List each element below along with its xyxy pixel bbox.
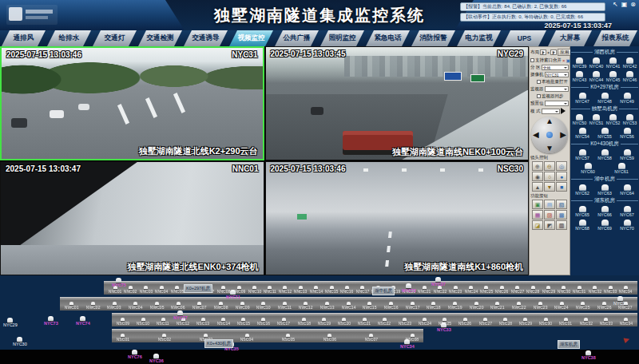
diagram-camera[interactable]: NNC22: [433, 286, 447, 294]
tree-camera[interactable]: NYC58: [594, 148, 616, 161]
function-button[interactable]: ▣: [532, 200, 543, 209]
tree-camera[interactable]: NYC44: [588, 70, 604, 83]
tree-camera[interactable]: NYC52: [605, 113, 621, 126]
close-video-icon[interactable]: ×: [562, 58, 566, 63]
diagram-camera[interactable]: NSC21: [357, 318, 371, 326]
ptz-camera[interactable]: NYC71: [226, 290, 240, 299]
tree-camera[interactable]: NYC59: [617, 148, 638, 161]
diagram-camera[interactable]: NSC05: [281, 334, 296, 342]
local-batch-checkbox[interactable]: [537, 80, 541, 84]
diagram-camera[interactable]: NNC12: [278, 286, 292, 294]
video-cell-nnc01[interactable]: 2025-07-15 13:03:47 NNC01 独墅湖南隧道北线ENK0+3…: [0, 161, 264, 275]
diagram-camera[interactable]: NNC04: [154, 286, 169, 294]
nav-tab[interactable]: 大屏幕: [548, 30, 592, 46]
mode-select[interactable]: [542, 109, 560, 114]
diagram-camera[interactable]: NWC16: [383, 302, 399, 310]
tree-camera[interactable]: NYC61: [611, 162, 633, 175]
lens-button[interactable]: ◎: [556, 161, 567, 171]
window-control-icon[interactable]: ⊗: [630, 1, 636, 9]
diagram-camera[interactable]: NSC18: [297, 318, 312, 326]
diagram-camera[interactable]: NNC28: [526, 286, 540, 294]
diagram-camera[interactable]: NWC11: [277, 302, 292, 310]
diagram-camera[interactable]: NSC06: [323, 334, 337, 342]
diagram-camera[interactable]: NWC07: [192, 302, 207, 310]
diagram-camera[interactable]: NNC10: [248, 286, 262, 294]
diagram-camera[interactable]: NWC10: [256, 302, 271, 310]
diagram-camera[interactable]: NSC13: [196, 318, 210, 326]
video-cell-nyc29[interactable]: 2025-07-15 13:03:45 NYC29 独墅湖南隧道南线NEK0+1…: [265, 46, 530, 160]
nav-tab[interactable]: 通排风: [2, 30, 46, 46]
tree-camera[interactable]: NYC39: [571, 57, 587, 69]
diagram-camera[interactable]: NWC05: [149, 302, 165, 310]
diagram-camera[interactable]: NSC20: [337, 318, 351, 326]
diagram-camera[interactable]: NSC16: [256, 318, 271, 326]
diagram-camera[interactable]: NWC06: [170, 302, 185, 310]
ptz-camera[interactable]: NYC36: [149, 354, 164, 363]
diagram-camera[interactable]: NNC15: [324, 286, 339, 294]
diagram-camera[interactable]: NWC26: [597, 302, 612, 310]
diagram-camera[interactable]: NNC13: [293, 286, 308, 294]
video-cell-nyc31[interactable]: 2025-07-15 13:03:46 NYC31 独墅湖南隧道北线K2+290…: [0, 46, 264, 160]
tree-camera[interactable]: NYC68: [572, 219, 593, 231]
tree-camera[interactable]: NYC43: [571, 70, 587, 83]
nav-tab[interactable]: 消防报警: [411, 30, 455, 46]
function-button[interactable]: ▥: [556, 220, 567, 230]
standalone-camera[interactable]: NYC30: [13, 337, 27, 346]
diagram-camera[interactable]: NSC11: [156, 318, 169, 326]
tree-camera[interactable]: NYC64: [617, 184, 638, 196]
diagram-camera[interactable]: NSC07: [364, 334, 379, 342]
diagram-camera[interactable]: NSC17: [276, 318, 291, 326]
nav-tab[interactable]: 视频监控: [229, 30, 273, 46]
nav-tab[interactable]: 公共广播: [275, 30, 319, 46]
diagram-camera[interactable]: NSC30: [538, 318, 553, 326]
diagram-camera[interactable]: NNC30: [557, 286, 571, 294]
diagram-camera[interactable]: NSC29: [518, 318, 533, 326]
layout-cols-select[interactable]: 2: [540, 49, 546, 55]
tree-camera[interactable]: NYC45: [605, 70, 621, 83]
diagram-camera[interactable]: NWC19: [447, 302, 462, 310]
ptz-camera[interactable]: NYC72: [402, 283, 416, 293]
diagram-camera[interactable]: NSC04: [240, 334, 254, 342]
nav-tab[interactable]: 交通灯: [93, 30, 137, 46]
apply-button[interactable]: 应用: [558, 49, 571, 56]
diagram-camera[interactable]: NSC23: [398, 318, 412, 326]
tree-camera[interactable]: NYC46: [621, 70, 637, 83]
ptz-down-icon[interactable]: ▼: [546, 144, 554, 152]
diagram-camera[interactable]: NNC29: [542, 286, 556, 294]
tree-camera[interactable]: NYC60: [577, 162, 599, 175]
nav-tab[interactable]: 照明监控: [320, 30, 364, 46]
diagram-camera[interactable]: NWC24: [554, 302, 569, 310]
diagram-camera[interactable]: NSC28: [498, 318, 513, 326]
tree-camera[interactable]: NYC66: [594, 205, 616, 218]
diagram-camera[interactable]: NSC14: [216, 318, 231, 326]
tree-camera[interactable]: NYC48: [594, 92, 616, 105]
diagram-camera[interactable]: NSC26: [458, 318, 472, 326]
diagram-camera[interactable]: NSC34: [619, 318, 633, 326]
tree-camera[interactable]: NYC56: [619, 127, 635, 140]
tree-camera[interactable]: NYC50: [571, 113, 587, 126]
tree-camera[interactable]: NYC55: [597, 127, 613, 140]
diagram-camera[interactable]: NWC15: [362, 302, 377, 310]
diagram-camera[interactable]: NSC01: [116, 334, 130, 342]
tree-camera[interactable]: NYC41: [605, 57, 621, 69]
ptz-joystick[interactable]: ▲ ▼ ◀ ▶: [531, 117, 568, 153]
ptz-camera[interactable]: NYC76: [128, 350, 142, 359]
diagram-camera[interactable]: NWC02: [85, 302, 101, 310]
diagram-camera[interactable]: NWC01: [64, 302, 79, 310]
diagram-camera[interactable]: NSC09: [116, 318, 130, 326]
tree-camera[interactable]: NYC47: [572, 92, 593, 105]
tree-camera[interactable]: NYC65: [572, 205, 593, 218]
layout-rows-select[interactable]: 2: [550, 49, 557, 55]
window-control-icon[interactable]: ▣: [621, 1, 628, 9]
diagram-camera[interactable]: NWC12: [298, 302, 313, 310]
diagram-camera[interactable]: NWC18: [426, 302, 441, 310]
lens-button[interactable]: ▲: [532, 182, 543, 192]
diagram-camera[interactable]: NWC21: [490, 302, 505, 310]
tree-camera[interactable]: NYC63: [594, 184, 616, 196]
diagram-camera[interactable]: NWC25: [575, 302, 590, 310]
diagram-camera[interactable]: NSC27: [478, 318, 493, 326]
standalone-camera[interactable]: NYC31: [613, 296, 628, 306]
diagram-camera[interactable]: NNC34: [618, 286, 633, 294]
function-button[interactable]: ▧: [556, 200, 567, 209]
ptz-camera[interactable]: NYC34: [400, 339, 415, 349]
